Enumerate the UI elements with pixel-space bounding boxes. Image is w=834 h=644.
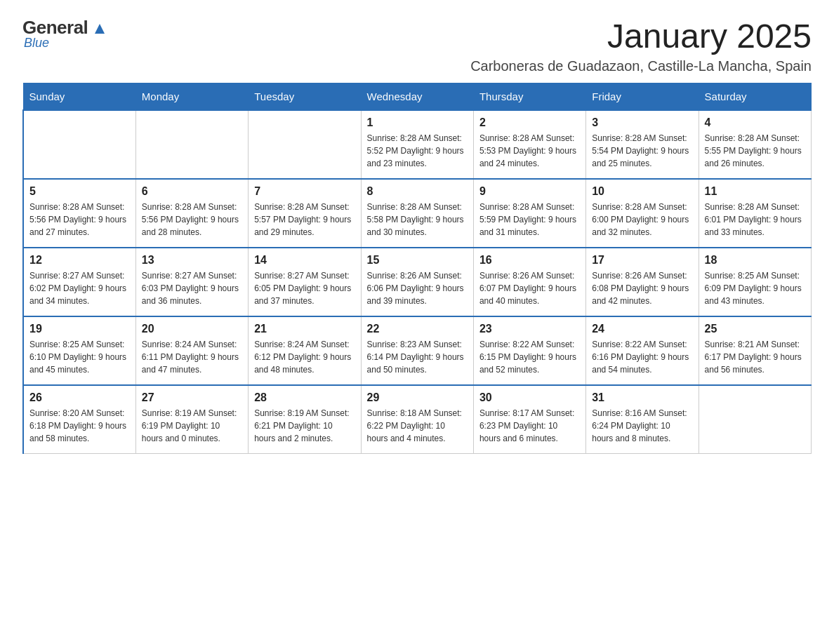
day-number: 23 <box>479 323 580 335</box>
day-number: 10 <box>592 185 692 198</box>
table-row: 21Sunrise: 8:24 AM Sunset: 6:12 PM Dayli… <box>249 316 361 385</box>
table-row: 15Sunrise: 8:26 AM Sunset: 6:06 PM Dayli… <box>361 248 473 316</box>
header-sunday: Sunday <box>23 83 135 111</box>
day-number: 24 <box>592 323 692 335</box>
logo-triangle-icon <box>93 22 106 35</box>
day-info: Sunrise: 8:18 AM Sunset: 6:22 PM Dayligh… <box>367 407 468 445</box>
day-number: 14 <box>254 254 355 267</box>
table-row: 7Sunrise: 8:28 AM Sunset: 5:57 PM Daylig… <box>249 179 361 248</box>
table-row: 2Sunrise: 8:28 AM Sunset: 5:53 PM Daylig… <box>473 110 585 179</box>
day-number: 30 <box>479 391 580 404</box>
day-number: 4 <box>705 116 805 129</box>
day-number: 27 <box>142 391 242 404</box>
day-number: 21 <box>254 323 355 335</box>
day-number: 22 <box>367 323 468 335</box>
day-info: Sunrise: 8:16 AM Sunset: 6:24 PM Dayligh… <box>592 407 692 445</box>
day-number: 18 <box>705 254 805 267</box>
day-number: 16 <box>479 254 580 267</box>
table-row: 16Sunrise: 8:26 AM Sunset: 6:07 PM Dayli… <box>473 248 585 316</box>
day-info: Sunrise: 8:24 AM Sunset: 6:11 PM Dayligh… <box>142 338 242 376</box>
table-row: 14Sunrise: 8:27 AM Sunset: 6:05 PM Dayli… <box>249 248 361 316</box>
table-row: 10Sunrise: 8:28 AM Sunset: 6:00 PM Dayli… <box>586 179 699 248</box>
day-number: 26 <box>29 391 130 404</box>
table-row: 29Sunrise: 8:18 AM Sunset: 6:22 PM Dayli… <box>361 385 473 454</box>
table-row: 22Sunrise: 8:23 AM Sunset: 6:14 PM Dayli… <box>361 316 473 385</box>
header-monday: Monday <box>135 83 248 111</box>
day-info: Sunrise: 8:25 AM Sunset: 6:09 PM Dayligh… <box>705 269 805 307</box>
day-number: 15 <box>367 254 468 267</box>
table-row: 3Sunrise: 8:28 AM Sunset: 5:54 PM Daylig… <box>586 110 699 179</box>
day-info: Sunrise: 8:28 AM Sunset: 6:01 PM Dayligh… <box>705 201 805 239</box>
calendar-header-row: Sunday Monday Tuesday Wednesday Thursday… <box>23 83 812 111</box>
day-info: Sunrise: 8:23 AM Sunset: 6:14 PM Dayligh… <box>367 338 468 376</box>
calendar-week-row: 19Sunrise: 8:25 AM Sunset: 6:10 PM Dayli… <box>23 316 812 385</box>
table-row: 9Sunrise: 8:28 AM Sunset: 5:59 PM Daylig… <box>473 179 585 248</box>
day-number: 2 <box>479 116 580 129</box>
calendar-week-row: 5Sunrise: 8:28 AM Sunset: 5:56 PM Daylig… <box>23 179 812 248</box>
table-row: 5Sunrise: 8:28 AM Sunset: 5:56 PM Daylig… <box>23 179 135 248</box>
day-number: 5 <box>29 185 130 198</box>
day-info: Sunrise: 8:26 AM Sunset: 6:07 PM Dayligh… <box>479 269 580 307</box>
day-info: Sunrise: 8:28 AM Sunset: 5:53 PM Dayligh… <box>479 132 580 170</box>
table-row: 17Sunrise: 8:26 AM Sunset: 6:08 PM Dayli… <box>586 248 699 316</box>
table-row: 25Sunrise: 8:21 AM Sunset: 6:17 PM Dayli… <box>699 316 811 385</box>
day-info: Sunrise: 8:22 AM Sunset: 6:15 PM Dayligh… <box>479 338 580 376</box>
calendar-week-row: 26Sunrise: 8:20 AM Sunset: 6:18 PM Dayli… <box>23 385 812 454</box>
calendar-table: Sunday Monday Tuesday Wednesday Thursday… <box>22 83 812 454</box>
day-number: 3 <box>592 116 692 129</box>
day-number: 8 <box>367 185 468 198</box>
day-info: Sunrise: 8:28 AM Sunset: 5:57 PM Dayligh… <box>254 201 355 239</box>
table-row: 31Sunrise: 8:16 AM Sunset: 6:24 PM Dayli… <box>586 385 699 454</box>
location-subtitle: Carboneras de Guadazaon, Castille-La Man… <box>470 58 812 74</box>
header-thursday: Thursday <box>473 83 585 111</box>
table-row: 20Sunrise: 8:24 AM Sunset: 6:11 PM Dayli… <box>135 316 248 385</box>
day-number: 28 <box>254 391 355 404</box>
table-row <box>699 385 811 454</box>
day-info: Sunrise: 8:26 AM Sunset: 6:08 PM Dayligh… <box>592 269 692 307</box>
day-number: 11 <box>705 185 805 198</box>
page-header: General Blue January 2025 Carboneras de … <box>22 17 812 74</box>
day-number: 17 <box>592 254 692 267</box>
day-info: Sunrise: 8:20 AM Sunset: 6:18 PM Dayligh… <box>29 407 130 445</box>
table-row: 12Sunrise: 8:27 AM Sunset: 6:02 PM Dayli… <box>23 248 135 316</box>
day-info: Sunrise: 8:26 AM Sunset: 6:06 PM Dayligh… <box>367 269 468 307</box>
table-row <box>135 110 248 179</box>
calendar-week-row: 12Sunrise: 8:27 AM Sunset: 6:02 PM Dayli… <box>23 248 812 316</box>
day-info: Sunrise: 8:28 AM Sunset: 5:55 PM Dayligh… <box>705 132 805 170</box>
day-number: 25 <box>705 323 805 335</box>
day-number: 9 <box>479 185 580 198</box>
table-row: 19Sunrise: 8:25 AM Sunset: 6:10 PM Dayli… <box>23 316 135 385</box>
day-info: Sunrise: 8:25 AM Sunset: 6:10 PM Dayligh… <box>29 338 130 376</box>
day-info: Sunrise: 8:28 AM Sunset: 5:58 PM Dayligh… <box>367 201 468 239</box>
title-area: January 2025 Carboneras de Guadazaon, Ca… <box>470 17 812 74</box>
header-tuesday: Tuesday <box>249 83 361 111</box>
table-row: 23Sunrise: 8:22 AM Sunset: 6:15 PM Dayli… <box>473 316 585 385</box>
table-row: 6Sunrise: 8:28 AM Sunset: 5:56 PM Daylig… <box>135 179 248 248</box>
table-row: 11Sunrise: 8:28 AM Sunset: 6:01 PM Dayli… <box>699 179 811 248</box>
day-number: 29 <box>367 391 468 404</box>
svg-marker-0 <box>95 24 105 34</box>
day-info: Sunrise: 8:27 AM Sunset: 6:03 PM Dayligh… <box>142 269 242 307</box>
table-row: 27Sunrise: 8:19 AM Sunset: 6:19 PM Dayli… <box>135 385 248 454</box>
table-row: 8Sunrise: 8:28 AM Sunset: 5:58 PM Daylig… <box>361 179 473 248</box>
table-row: 18Sunrise: 8:25 AM Sunset: 6:09 PM Dayli… <box>699 248 811 316</box>
day-info: Sunrise: 8:28 AM Sunset: 5:56 PM Dayligh… <box>142 201 242 239</box>
day-info: Sunrise: 8:28 AM Sunset: 5:59 PM Dayligh… <box>479 201 580 239</box>
day-info: Sunrise: 8:19 AM Sunset: 6:19 PM Dayligh… <box>142 407 242 445</box>
day-info: Sunrise: 8:27 AM Sunset: 6:02 PM Dayligh… <box>29 269 130 307</box>
table-row: 4Sunrise: 8:28 AM Sunset: 5:55 PM Daylig… <box>699 110 811 179</box>
day-number: 1 <box>367 116 468 129</box>
day-number: 19 <box>29 323 130 335</box>
table-row <box>23 110 135 179</box>
day-info: Sunrise: 8:28 AM Sunset: 5:56 PM Dayligh… <box>29 201 130 239</box>
day-info: Sunrise: 8:24 AM Sunset: 6:12 PM Dayligh… <box>254 338 355 376</box>
day-info: Sunrise: 8:17 AM Sunset: 6:23 PM Dayligh… <box>479 407 580 445</box>
day-info: Sunrise: 8:27 AM Sunset: 6:05 PM Dayligh… <box>254 269 355 307</box>
day-info: Sunrise: 8:28 AM Sunset: 5:54 PM Dayligh… <box>592 132 692 170</box>
day-number: 31 <box>592 391 692 404</box>
day-number: 6 <box>142 185 242 198</box>
day-info: Sunrise: 8:28 AM Sunset: 6:00 PM Dayligh… <box>592 201 692 239</box>
logo: General Blue <box>22 17 106 51</box>
calendar-week-row: 1Sunrise: 8:28 AM Sunset: 5:52 PM Daylig… <box>23 110 812 179</box>
day-info: Sunrise: 8:22 AM Sunset: 6:16 PM Dayligh… <box>592 338 692 376</box>
